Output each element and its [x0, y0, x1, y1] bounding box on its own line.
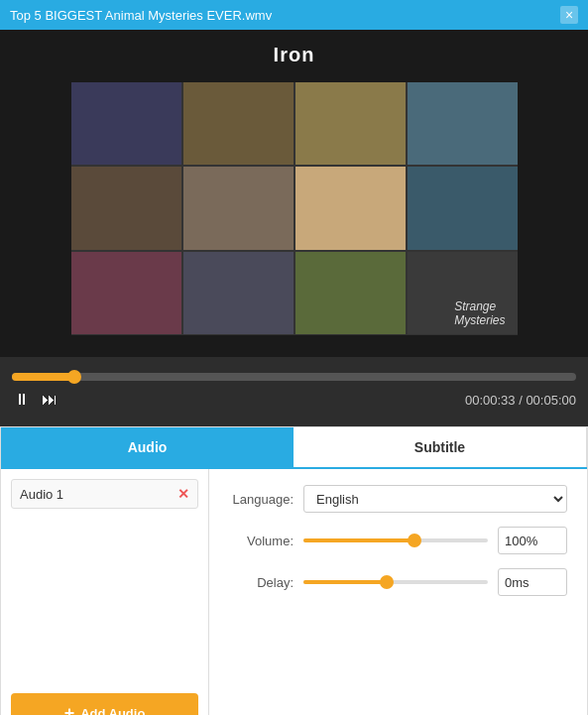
- thumb-cell-11: [295, 252, 406, 335]
- title-filename: Top 5 BIGGEST Animal Mysteries EVER.wmv: [10, 8, 272, 23]
- volume-slider-track[interactable]: [303, 538, 488, 542]
- progress-bar[interactable]: [12, 373, 576, 381]
- progress-thumb[interactable]: [67, 370, 81, 384]
- thumb-cell-10: [183, 252, 294, 335]
- add-audio-label: Add Audio: [80, 706, 145, 715]
- bottom-panel: Audio Subtitle Audio 1 ✕ + Add Audio Lan…: [0, 426, 588, 715]
- delay-slider-fill: [303, 580, 387, 584]
- language-row: Language: English French Spanish German …: [229, 485, 567, 513]
- close-button[interactable]: ×: [560, 6, 578, 24]
- delay-slider-thumb[interactable]: [380, 575, 394, 589]
- controls-bar: ⏸ ⏭ 00:00:33 / 00:05:00: [0, 357, 588, 426]
- add-icon: +: [64, 703, 75, 715]
- title-bar: Top 5 BIGGEST Animal Mysteries EVER.wmv …: [0, 0, 588, 30]
- thumb-cell-8: [408, 167, 518, 250]
- video-title: Iron: [0, 44, 588, 66]
- tabs-row: Audio Subtitle: [1, 427, 587, 469]
- delay-label: Delay:: [229, 575, 294, 590]
- delay-slider-track[interactable]: [303, 580, 488, 584]
- thumb-cell-4: [408, 82, 518, 166]
- audio-list-sidebar: Audio 1 ✕ + Add Audio: [1, 469, 209, 715]
- audio-item-name: Audio 1: [20, 487, 63, 502]
- thumb-cell-2: [183, 82, 294, 166]
- volume-slider-container: [303, 531, 488, 550]
- delay-row: Delay: 0ms: [229, 568, 567, 596]
- time-display: 00:00:33 / 00:05:00: [465, 393, 576, 408]
- thumb-cell-6: [183, 167, 294, 250]
- tab-subtitle[interactable]: Subtitle: [294, 427, 587, 467]
- volume-input[interactable]: 100%: [498, 527, 567, 554]
- forward-button[interactable]: ⏭: [40, 389, 59, 411]
- volume-slider-fill: [303, 538, 414, 542]
- panel-content: Audio 1 ✕ + Add Audio Language: English …: [1, 469, 587, 715]
- tab-audio[interactable]: Audio: [1, 427, 294, 467]
- thumb-cell-9: [71, 252, 181, 335]
- thumb-cell-3: [295, 82, 406, 166]
- language-label: Language:: [229, 492, 294, 507]
- add-audio-button[interactable]: + Add Audio: [11, 693, 198, 715]
- audio-settings: Language: English French Spanish German …: [209, 469, 587, 715]
- volume-slider-thumb[interactable]: [408, 534, 421, 547]
- audio-item-1: Audio 1 ✕: [11, 479, 198, 509]
- controls-row: ⏸ ⏭ 00:00:33 / 00:05:00: [12, 389, 576, 411]
- thumb-cell-7: [295, 167, 406, 250]
- video-area: Iron StrangeMysteries: [0, 30, 588, 357]
- thumb-cell-5: [71, 167, 181, 250]
- video-thumbnail: StrangeMysteries: [71, 82, 518, 335]
- thumb-cell-1: [71, 82, 181, 166]
- volume-label: Volume:: [229, 534, 294, 548]
- delay-input[interactable]: 0ms: [498, 568, 567, 596]
- total-time: 00:05:00: [526, 393, 576, 408]
- thumbnail-overlay: StrangeMysteries: [454, 299, 505, 327]
- delay-slider-container: [303, 572, 488, 592]
- play-pause-button[interactable]: ⏸: [12, 389, 32, 411]
- controls-left: ⏸ ⏭: [12, 389, 59, 411]
- language-select[interactable]: English French Spanish German Japanese: [303, 485, 567, 513]
- progress-fill: [12, 373, 74, 381]
- volume-row: Volume: 100%: [229, 527, 567, 554]
- audio-remove-button[interactable]: ✕: [177, 486, 189, 502]
- thumbnail-grid: [71, 82, 518, 335]
- current-time: 00:00:33: [465, 393, 516, 408]
